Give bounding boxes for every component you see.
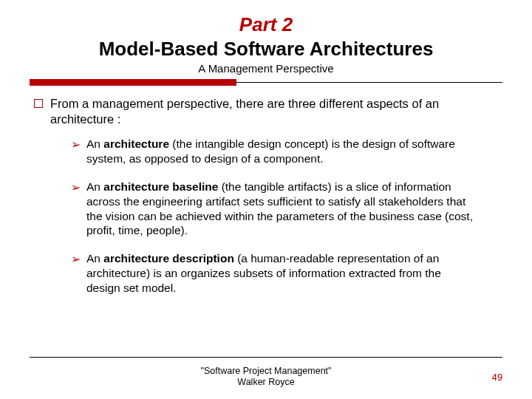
divider-bar	[30, 79, 502, 86]
list-item: ➢ An architecture (the intangible design…	[71, 137, 473, 166]
cite-line-2: Walker Royce	[0, 377, 532, 389]
item-text: An architecture (the intangible design c…	[86, 137, 473, 166]
arrow-bullet-icon: ➢	[71, 252, 81, 267]
footer-citation: "Software Project Management" Walker Roy…	[0, 366, 532, 389]
footer-divider	[30, 357, 502, 358]
part-label: Part 2	[30, 13, 502, 36]
list-item: ➢ An architecture description (a human-r…	[71, 251, 473, 295]
cite-line-1: "Software Project Management"	[0, 366, 532, 378]
slide-subtitle: A Management Perspective	[30, 62, 502, 75]
intro-block: From a management perspective, there are…	[34, 96, 498, 126]
item-bold: architecture	[103, 137, 169, 150]
item-bold: architecture description	[103, 252, 234, 265]
arrow-bullet-icon: ➢	[71, 137, 81, 152]
item-lead: An	[86, 137, 103, 150]
list-item: ➢ An architecture baseline (the tangible…	[71, 180, 473, 238]
red-bar-icon	[30, 79, 236, 86]
item-lead: An	[86, 180, 103, 193]
item-bold: architecture baseline	[103, 180, 218, 193]
arrow-bullet-icon: ➢	[71, 180, 81, 195]
thin-line-icon	[236, 82, 502, 83]
item-lead: An	[86, 252, 103, 265]
item-text: An architecture baseline (the tangible a…	[86, 180, 473, 238]
square-bullet-icon	[34, 99, 43, 108]
intro-text: From a management perspective, there are…	[50, 96, 498, 126]
page-number: 49	[492, 372, 502, 383]
slide-title: Model-Based Software Architectures	[30, 38, 502, 61]
item-text: An architecture description (a human-rea…	[86, 251, 473, 295]
